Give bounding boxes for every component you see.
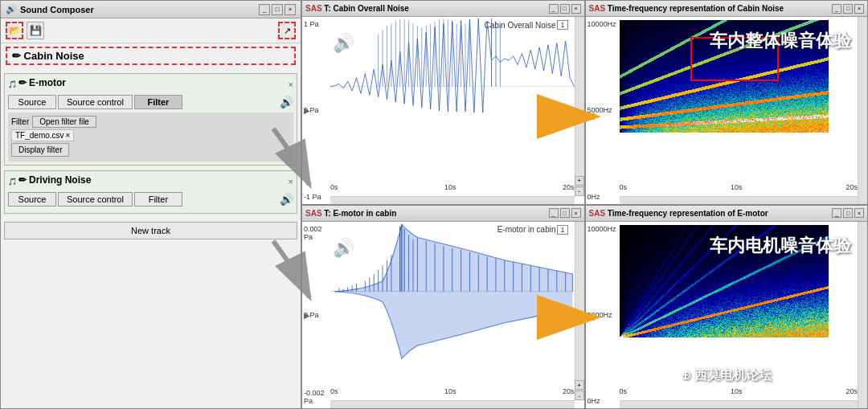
e-motor-filter-row: Filter Open filter file [11, 116, 290, 128]
driving-source-button[interactable]: Source [8, 192, 56, 207]
cabin-overall-title: SAS T: Cabin Overall Noise [305, 4, 409, 13]
cabin-overall-titlebar: SAS T: Cabin Overall Noise _ □ × [302, 1, 584, 17]
driving-noise-buttons: Source Source control Filter 🔊 [8, 192, 293, 207]
driving-noise-track: 🎵 ✏ Driving Noise × Source Source contro… [4, 170, 297, 214]
e-motor-source-button[interactable]: Source [8, 95, 56, 109]
driving-source-control-button[interactable]: Source control [58, 192, 133, 207]
cabin-zoom-controls: + - [575, 176, 584, 196]
e-motor-source-control-button[interactable]: Source control [58, 95, 133, 109]
emotor-cabin-content: 0.002 Pa 0 Pa -0.002 Pa E-motor in cabin… [302, 222, 584, 409]
emotor-spec-content: 10000Hz 5000Hz 0Hz 车内电机噪音体验 ⊕ 西莫电机论坛 0s … [586, 222, 868, 409]
sound-composer-panel: 🔊 Sound Composer _ □ × 📂 💾 ↗ ✏ Cabin Noi… [0, 0, 301, 409]
emotor-close-btn[interactable]: × [571, 208, 581, 218]
csv-close-icon[interactable]: × [66, 131, 71, 140]
cabin-waveform-inner: 1 Pa 0 Pa -1 Pa Cabin Overall Noise 1 🔊 … [302, 17, 584, 204]
sound-composer-titlebar: 🔊 Sound Composer _ □ × [1, 1, 301, 18]
emotor-spec-controls: _ □ × [832, 208, 864, 218]
driving-noise-speaker-icon: 🔊 [280, 193, 293, 206]
close-button[interactable]: × [285, 4, 296, 15]
cabin-spec-content: 10000Hz 5000Hz 0Hz 车内整体噪音体验 0s 10s 20s [586, 17, 868, 204]
minimize-button[interactable]: _ [259, 4, 270, 15]
emotor-play-button[interactable]: ▶ [304, 310, 310, 319]
cabin-spec-h-scrollbar[interactable] [620, 196, 858, 204]
cabin-spec-x-axis: 0s 10s 20s [620, 183, 858, 191]
emotor-spectrogram-panel: SAS Time-frequency representation of E-m… [585, 205, 869, 410]
new-track-button[interactable]: New track [4, 222, 297, 239]
e-motor-csv-row: TF_demo.csv × [11, 129, 290, 141]
driving-noise-close[interactable]: × [289, 177, 293, 186]
pencil-icon-2: ✏ [18, 174, 27, 186]
sound-composer-title: 🔊 Sound Composer [6, 4, 94, 14]
cabin-v-scrollbar[interactable] [575, 17, 584, 196]
e-motor-speaker-icon: 🔊 [280, 96, 293, 108]
open-button[interactable]: 📂 [6, 22, 23, 39]
cabin-overall-controls: _ □ × [549, 4, 581, 14]
cabin-overall-noise-panel: SAS T: Cabin Overall Noise _ □ × 1 Pa 0 … [301, 0, 585, 205]
cabin-spec-minimize[interactable]: _ [832, 4, 841, 14]
cabin-play-button[interactable]: ▶ [304, 106, 310, 115]
driving-noise-header: ✏ Driving Noise [18, 174, 289, 186]
right-panels: SAS T: Cabin Overall Noise _ □ × 1 Pa 0 … [301, 0, 868, 409]
emotor-maximize-btn[interactable]: □ [560, 208, 570, 218]
cabin-maximize-btn[interactable]: □ [560, 4, 570, 14]
cabin-zoom-in[interactable]: + [575, 176, 584, 186]
emotor-zoom-controls: + - [575, 380, 584, 400]
e-motor-buttons: Source Source control Filter 🔊 [8, 95, 293, 109]
driving-noise-title: ✏ Driving Noise [18, 174, 91, 186]
cabin-noise-label: ✏ Cabin Noise [6, 47, 296, 65]
sound-composer-icon: 🔊 [6, 4, 17, 14]
e-motor-filter-section: Filter Open filter file TF_demo.csv × Di… [8, 112, 293, 162]
cabin-spec-v-scrollbar[interactable] [858, 17, 867, 204]
emotor-spec-close[interactable]: × [854, 208, 864, 218]
emotor-spec-inner: 10000Hz 5000Hz 0Hz 车内电机噪音体验 ⊕ 西莫电机论坛 0s … [586, 222, 868, 409]
e-motor-track: 🎵 ✏ E-motor × Source Source control Filt… [4, 73, 297, 166]
maximize-button[interactable]: □ [272, 4, 283, 15]
e-motor-icon: 🎵 [8, 80, 17, 88]
e-motor-title: ✏ E-motor [18, 77, 66, 88]
emotor-waveform-svg [330, 222, 575, 361]
emotor-waveform-inner: 0.002 Pa 0 Pa -0.002 Pa E-motor in cabin… [302, 222, 584, 409]
e-motor-close[interactable]: × [289, 80, 293, 89]
emotor-spec-title: SAS Time-frequency representation of E-m… [589, 209, 768, 218]
cabin-zoom-out[interactable]: - [575, 186, 584, 196]
cabin-chinese-text: 车内整体噪音体验 [710, 29, 851, 53]
cabin-overall-content: 1 Pa 0 Pa -1 Pa Cabin Overall Noise 1 🔊 … [302, 17, 584, 204]
emotor-v-scrollbar[interactable] [575, 222, 584, 401]
e-motor-header: ✏ E-motor [18, 77, 289, 88]
cabin-close-btn[interactable]: × [571, 4, 581, 14]
save-button[interactable]: 💾 [27, 22, 44, 39]
export-button[interactable]: ↗ [278, 22, 296, 39]
open-filter-button[interactable]: Open filter file [32, 116, 96, 128]
sound-composer-toolbar: 📂 💾 ↗ [1, 18, 301, 43]
display-filter-row: Display filter [11, 143, 290, 157]
display-filter-button[interactable]: Display filter [11, 143, 69, 157]
cabin-spec-maximize[interactable]: □ [843, 4, 853, 14]
emotor-cabin-titlebar: SAS T: E-motor in cabin _ □ × [302, 206, 584, 222]
driving-filter-button[interactable]: Filter [134, 192, 182, 207]
titlebar-window-controls: _ □ × [259, 4, 296, 15]
cabin-spec-controls: _ □ × [832, 4, 864, 14]
cabin-minimize-btn[interactable]: _ [549, 4, 559, 14]
emotor-zoom-in[interactable]: + [575, 380, 584, 390]
wechat-text: ⊕ 西莫电机论坛 [681, 367, 772, 384]
emotor-chinese-text: 车内电机噪音体验 [710, 234, 851, 258]
emotor-spec-x-axis: 0s 10s 20s [620, 387, 858, 395]
emotor-cabin-title: SAS T: E-motor in cabin [305, 209, 396, 218]
cabin-spec-inner: 10000Hz 5000Hz 0Hz 车内整体噪音体验 0s 10s 20s [586, 17, 868, 204]
emotor-zoom-out[interactable]: - [575, 391, 584, 400]
cabin-h-scrollbar[interactable] [330, 196, 575, 204]
cabin-spec-y-axis: 10000Hz 5000Hz 0Hz [586, 17, 620, 204]
emotor-cabin-controls: _ □ × [549, 208, 581, 218]
csv-file-tag: TF_demo.csv × [11, 129, 74, 141]
emotor-spec-minimize[interactable]: _ [832, 208, 841, 218]
emotor-spec-h-scrollbar[interactable] [620, 400, 858, 408]
e-motor-filter-button[interactable]: Filter [134, 95, 182, 109]
emotor-spec-maximize[interactable]: □ [843, 208, 853, 218]
emotor-h-scrollbar[interactable] [330, 400, 575, 408]
cabin-spec-close[interactable]: × [854, 4, 864, 14]
cabin-spectrogram-panel: SAS Time-frequency representation of Cab… [585, 0, 869, 205]
emotor-spec-v-scrollbar[interactable] [858, 222, 867, 409]
cabin-spec-titlebar: SAS Time-frequency representation of Cab… [586, 1, 868, 17]
emotor-minimize-btn[interactable]: _ [549, 208, 559, 218]
filter-label: Filter [11, 117, 29, 126]
